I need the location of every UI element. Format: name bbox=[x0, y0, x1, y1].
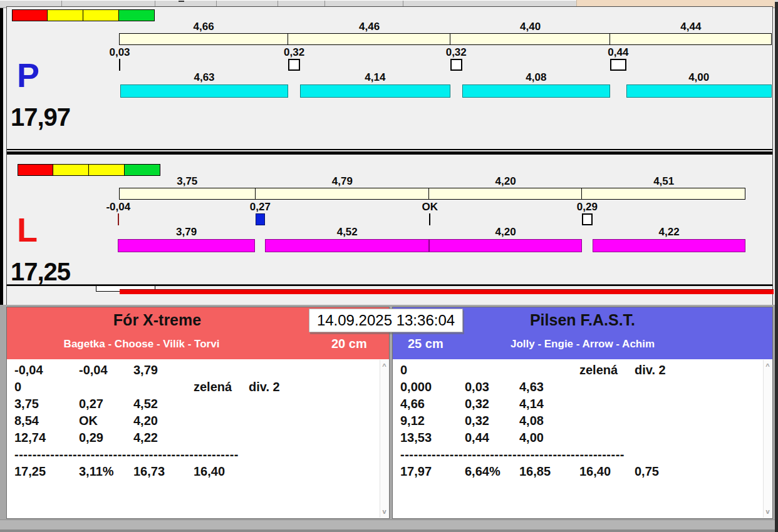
table-cell: 0,44 bbox=[465, 431, 519, 445]
start-light-0 bbox=[12, 9, 48, 21]
gap-value-label: 0,32 bbox=[284, 46, 304, 59]
table-cell: 9,12 bbox=[400, 414, 465, 428]
exchange-marker-tick-black bbox=[429, 213, 430, 225]
table-cell: 16,85 bbox=[519, 464, 579, 479]
scroll-down-icon[interactable]: v bbox=[764, 506, 772, 516]
table-cell: 0,03 bbox=[465, 380, 519, 394]
split-value-label: 3,75 bbox=[177, 175, 197, 188]
table-cell: 4,22 bbox=[133, 431, 194, 445]
start-light-3 bbox=[125, 164, 160, 176]
table-cell: 0,000 bbox=[400, 380, 465, 394]
run-bar bbox=[626, 84, 772, 98]
run-value-label: 4,22 bbox=[659, 226, 680, 238]
table-cell: 12,74 bbox=[14, 431, 79, 445]
team-results-table: 0zelenádiv. 20,0000,034,634,660,324,149,… bbox=[393, 359, 772, 519]
table-cell: 13,53 bbox=[400, 431, 465, 445]
split-value-label: 4,20 bbox=[495, 175, 516, 188]
table-cell: 6,64% bbox=[465, 464, 519, 479]
table-cell: 0,29 bbox=[79, 431, 133, 445]
exchange-marker-box-white bbox=[450, 59, 462, 71]
timing-app-window: { "timestamp": "14.09.2025 13:36:04", "s… bbox=[0, 0, 778, 532]
table-cell: 0,32 bbox=[465, 414, 519, 428]
lane-total-time: 17,97 bbox=[11, 103, 70, 131]
run-bar bbox=[429, 239, 582, 252]
run-value-label: 4,63 bbox=[194, 71, 214, 84]
split-bar-segment bbox=[428, 188, 582, 200]
table-cell: 0,75 bbox=[635, 464, 703, 479]
team-panel-right: Pilsen F.A.S.T. 25 cm Jolly - Engie - Ar… bbox=[392, 307, 773, 519]
table-scrollbar[interactable]: ^ v bbox=[380, 360, 388, 518]
table-cell: 4,66 bbox=[400, 397, 465, 411]
run-value-label: 4,52 bbox=[337, 226, 358, 238]
table-cell: 4,63 bbox=[519, 380, 579, 394]
split-bar-segment bbox=[255, 188, 430, 200]
lane-P: P17,974,660,034,634,460,324,144,400,324,… bbox=[7, 7, 772, 150]
table-cell: -0,04 bbox=[14, 363, 79, 377]
exchange-marker-box-white bbox=[582, 213, 593, 225]
footer-band bbox=[0, 519, 778, 532]
window-frame-right bbox=[775, 2, 778, 532]
start-light-3 bbox=[119, 9, 155, 21]
table-cell: 4,20 bbox=[133, 414, 194, 428]
start-light-1 bbox=[53, 164, 89, 176]
table-cell: 0 bbox=[400, 363, 465, 377]
gap-value-label: -0,04 bbox=[106, 201, 130, 213]
table-row: 0zelenádiv. 2 bbox=[14, 380, 318, 397]
table-cell: 4,00 bbox=[519, 431, 579, 445]
start-light-0 bbox=[18, 164, 53, 176]
distance-label: 20 cm bbox=[331, 337, 367, 351]
table-totals-row: 17,253,11%16,7316,40 bbox=[14, 464, 318, 481]
table-cell: 0,32 bbox=[465, 397, 519, 411]
table-cell: 16,40 bbox=[579, 464, 635, 479]
lane-divider bbox=[7, 151, 772, 155]
table-row: 8,54OK4,20 bbox=[14, 414, 318, 431]
exchange-marker-tick-black bbox=[119, 59, 120, 71]
split-bar-segment bbox=[450, 33, 610, 45]
table-row: 13,530,444,00 bbox=[400, 431, 703, 448]
exchange-marker-box-white bbox=[610, 59, 626, 71]
exchange-marker-tick-darkred bbox=[118, 213, 119, 225]
gap-value-label: 0,32 bbox=[446, 46, 467, 59]
start-light-2 bbox=[83, 9, 119, 21]
table-row: 9,120,324,08 bbox=[400, 414, 703, 431]
run-value-label: 3,79 bbox=[176, 226, 197, 238]
track-red-bar bbox=[120, 289, 774, 294]
scroll-up-icon[interactable]: ^ bbox=[764, 361, 772, 371]
split-value-label: 4,40 bbox=[520, 21, 541, 33]
datetime-display: 14.09.2025 13:36:04 bbox=[309, 309, 463, 332]
team-name: Fór X-treme bbox=[7, 311, 308, 329]
run-bar bbox=[118, 239, 256, 252]
table-cell: zelená bbox=[579, 363, 635, 377]
toolbar-highlight bbox=[0, 0, 576, 1]
run-bar bbox=[462, 84, 611, 98]
gap-value-label: 0,03 bbox=[109, 46, 130, 59]
table-cell: OK bbox=[79, 414, 133, 428]
table-cell: 0,27 bbox=[79, 397, 133, 411]
split-bar-segment bbox=[581, 188, 746, 200]
gap-value-label: 0,29 bbox=[577, 201, 598, 213]
scroll-down-icon[interactable]: v bbox=[380, 506, 388, 516]
split-bar-segment bbox=[288, 33, 450, 45]
run-bar bbox=[593, 239, 746, 252]
table-cell: 3,79 bbox=[133, 363, 194, 377]
split-value-label: 4,66 bbox=[194, 21, 214, 33]
start-light-1 bbox=[48, 9, 83, 21]
table-cell: 8,54 bbox=[14, 414, 79, 428]
table-row: 4,660,324,14 bbox=[400, 397, 703, 414]
track-strip bbox=[6, 285, 773, 305]
exchange-marker-box-blue bbox=[256, 213, 266, 225]
team-lineup: Bagetka - Choose - Vilík - Torvi bbox=[7, 338, 276, 350]
lane-letter: L bbox=[17, 213, 38, 247]
split-value-label: 4,44 bbox=[680, 21, 701, 33]
lane-total-time: 17,25 bbox=[11, 258, 70, 286]
run-value-label: 4,00 bbox=[688, 71, 709, 84]
gap-value-label: 0,27 bbox=[250, 201, 271, 213]
team-lineup: Jolly - Engie - Arrow - Achim bbox=[393, 338, 772, 350]
lane-letter: P bbox=[17, 58, 39, 92]
run-value-label: 4,08 bbox=[526, 71, 546, 84]
gap-value-label: 0,44 bbox=[608, 46, 628, 59]
table-cell: 3,11% bbox=[79, 464, 133, 479]
scroll-up-icon[interactable]: ^ bbox=[380, 361, 388, 371]
table-cell: zelená bbox=[194, 380, 249, 394]
table-scrollbar[interactable]: ^ v bbox=[763, 360, 772, 518]
